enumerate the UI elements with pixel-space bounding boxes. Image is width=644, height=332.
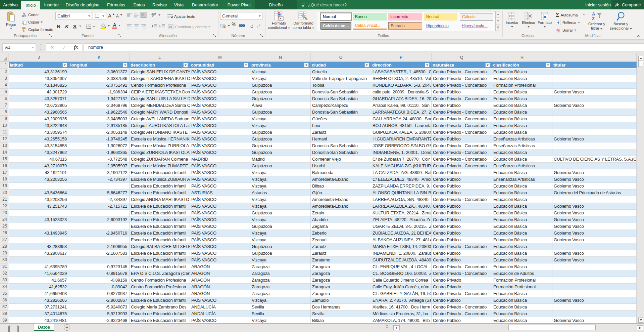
- cell-L13[interactable]: Escuela de Música ZURRIOLA: [130, 142, 190, 149]
- row-header-39[interactable]: 39: [0, 317, 8, 323]
- header-cell-O1[interactable]: ciudad: [311, 62, 371, 69]
- row-header-14[interactable]: 14: [0, 149, 8, 156]
- cell-Q26[interactable]: Centro Público: [432, 230, 492, 237]
- cell-O32[interactable]: Zaragoza: [311, 270, 371, 277]
- filter-dropdown-clasificación[interactable]: [546, 63, 550, 68]
- cell-M37[interactable]: ANDALUCÍA: [190, 304, 250, 310]
- cell-S24[interactable]: Gobierno Vasco: [552, 216, 637, 223]
- cell-style-incorrecto[interactable]: Incorrecto: [388, 13, 422, 20]
- cell-K5[interactable]: -1,986304: [69, 89, 130, 95]
- cell-R16[interactable]: Enseñanzas Artísticas: [492, 163, 552, 169]
- cell-Q6[interactable]: Centro Privado - Concertado: [432, 95, 492, 102]
- column-header-P[interactable]: P: [371, 53, 432, 61]
- cell-J12[interactable]: 43,2655159: [9, 136, 69, 142]
- fill-color-button[interactable]: [100, 23, 110, 29]
- cell-O33[interactable]: Zaragoza: [311, 277, 371, 284]
- cell-N34[interactable]: Zaragoza: [250, 284, 311, 290]
- scroll-left-button[interactable]: [393, 325, 400, 330]
- cell-P30[interactable]: GURUTZALDE AUZOA. 48480.: [371, 257, 432, 263]
- cell-N37[interactable]: Sevilla: [250, 304, 311, 310]
- cell-P33[interactable]: Calle Eduardo Jimeno Correa: [371, 277, 432, 284]
- currency-button[interactable]: $: [220, 23, 230, 29]
- cell-style-entrada[interactable]: Entrada: [388, 22, 422, 30]
- cell-M25[interactable]: PAÍS VASCO: [190, 223, 250, 230]
- format-cells-button[interactable]: Formato: [537, 12, 552, 28]
- cell-R9[interactable]: Educación Básica: [492, 116, 552, 122]
- row-header-18[interactable]: 18: [0, 176, 8, 183]
- cell-M39[interactable]: PAÍS VASCO: [190, 317, 250, 323]
- cell-Q39[interactable]: Centro Público: [432, 317, 492, 323]
- ribbon-tab-power-pivot[interactable]: Power Pivot: [223, 0, 255, 9]
- cell-O19[interactable]: Bilbao: [311, 183, 371, 190]
- cell-M28[interactable]: PAÍS VASCO: [190, 243, 250, 250]
- cell-M29[interactable]: PAÍS VASCO: [190, 250, 250, 257]
- cell-O29[interactable]: Zarautz: [311, 250, 371, 257]
- cell-S27[interactable]: Gobierno Vasco: [552, 237, 637, 243]
- cell-N10[interactable]: Vizcaya: [250, 122, 311, 129]
- orientation-button[interactable]: ab: [151, 12, 160, 18]
- row-header-21[interactable]: 21: [0, 196, 8, 203]
- cell-K28[interactable]: -2,1606955: [69, 243, 130, 250]
- cell-R38[interactable]: Educación Básica: [492, 310, 552, 317]
- cell-P28[interactable]: MARIA ETXE-TXIKI, 14. 20800.: [371, 243, 432, 250]
- cell-M8[interactable]: PAÍS VASCO: [190, 109, 250, 116]
- cell-style-bueno[interactable]: Bueno: [353, 13, 387, 20]
- cell-N13[interactable]: Guipúzcoa: [250, 142, 311, 149]
- row-header-11[interactable]: 11: [0, 129, 8, 136]
- cell-K3[interactable]: -3,0387536: [69, 75, 130, 82]
- header-cell-S1[interactable]: titular: [552, 62, 637, 69]
- cell-J5[interactable]: 43,301729: [9, 89, 69, 95]
- cell-R26[interactable]: Educación Básica: [492, 230, 552, 237]
- row-header-13[interactable]: 13: [0, 142, 8, 149]
- cell-O21[interactable]: Amorebieta-Etxano: [311, 196, 371, 203]
- cell-P23[interactable]: KULTUR ETXEA. 20214. Zerain: [371, 210, 432, 216]
- cell-P9[interactable]: GALLARRAGA,24. 48830. Sod: [371, 116, 432, 122]
- cell-M18[interactable]: PAÍS VASCO: [190, 176, 250, 183]
- cell-J8[interactable]: 43,2960565: [9, 109, 69, 116]
- cell-O39[interactable]: Bilbao: [311, 317, 371, 323]
- cell-N32[interactable]: Zaragoza: [250, 270, 311, 277]
- cell-Q18[interactable]: Centro Público: [432, 176, 492, 183]
- cell-K26[interactable]: -2,8450719: [69, 230, 130, 237]
- column-header-J[interactable]: J: [9, 53, 69, 61]
- cell-R20[interactable]: Educación Básica: [492, 190, 552, 196]
- row-header-9[interactable]: 9: [0, 116, 8, 122]
- gallery-scroll-up[interactable]: [496, 11, 500, 17]
- cell-Q35[interactable]: Centro Privado - Concertado: [432, 290, 492, 297]
- cell-R33[interactable]: Formación Profesional: [492, 277, 552, 284]
- cell-Q11[interactable]: Centro Privado - Concertado: [432, 129, 492, 136]
- cell-M20[interactable]: ASTURIAS: [190, 190, 250, 196]
- fill-button[interactable]: Rellenar: [556, 20, 580, 25]
- cell-L4[interactable]: Centro Formación Profesiona: [130, 82, 190, 89]
- cell-S21[interactable]: [552, 196, 637, 203]
- wrap-text-button[interactable]: Ajustar texto: [167, 14, 195, 19]
- vertical-scrollbar[interactable]: [637, 53, 644, 323]
- header-cell-M1[interactable]: comunidad: [190, 62, 250, 69]
- row-header-38[interactable]: 38: [0, 310, 8, 317]
- cell-R5[interactable]: Educación Básica: [492, 89, 552, 95]
- cell-O10[interactable]: Loiu: [311, 122, 371, 129]
- orientation-dropdown-icon[interactable]: [158, 14, 160, 16]
- vertical-scroll-thumb[interactable]: [638, 61, 643, 67]
- borders-dropdown-icon[interactable]: [93, 26, 95, 27]
- cell-S34[interactable]: [552, 284, 637, 290]
- cell-L10[interactable]: Colegio LAURO IKASTOLA Lau: [130, 122, 190, 129]
- number-dialog-launcher-icon[interactable]: [260, 34, 264, 38]
- row-header-31[interactable]: 31: [0, 263, 8, 270]
- row-header-5[interactable]: 5: [0, 89, 8, 95]
- cell-R30[interactable]: Educación Básica: [492, 257, 552, 263]
- cell-J2[interactable]: 43,3136199: [9, 69, 69, 75]
- cell-S29[interactable]: Gobierno Vasco: [552, 250, 637, 257]
- header-cell-P1[interactable]: direccion: [371, 62, 432, 69]
- merge-center-button[interactable]: Combinar y centrar: [168, 24, 210, 29]
- align-middle-icon[interactable]: [134, 13, 139, 17]
- cell-S31[interactable]: [552, 263, 637, 270]
- cell-Q31[interactable]: Centro Privado - Concertado: [432, 263, 492, 270]
- cell-Q38[interactable]: Centro Privado - Concertado: [432, 310, 492, 317]
- cell-S36[interactable]: Gobierno Vasco: [552, 297, 637, 304]
- cell-K6[interactable]: -1,9427137: [69, 95, 130, 102]
- cell-P6[interactable]: GUARDAPLATA BIDEA, 16. 200: [371, 95, 432, 102]
- cell-Q13[interactable]: Centro Privado - Concertado: [432, 142, 492, 149]
- delete-cells-dropdown-icon[interactable]: [528, 26, 530, 28]
- cell-O9[interactable]: Güeñes: [311, 116, 371, 122]
